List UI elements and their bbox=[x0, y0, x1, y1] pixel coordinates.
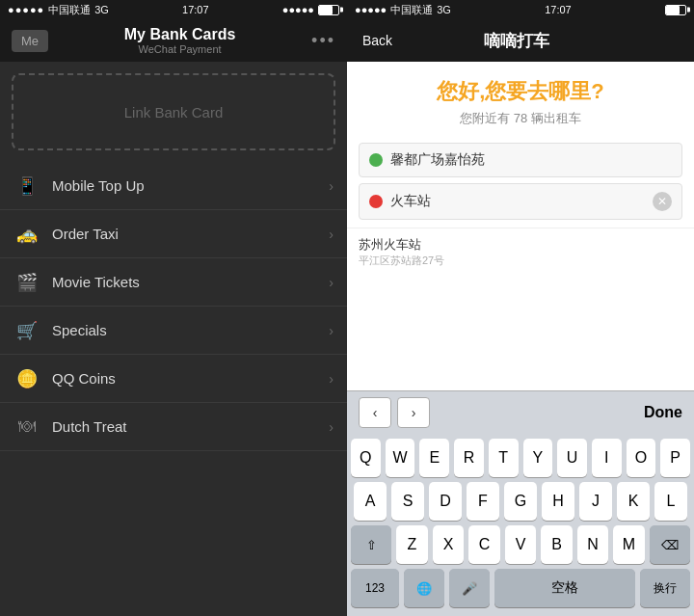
key-p[interactable]: P bbox=[660, 439, 690, 477]
key-t[interactable]: T bbox=[489, 439, 519, 477]
order-taxi-icon: 🚕 bbox=[13, 221, 40, 248]
menu-label-order-taxi: Order Taxi bbox=[52, 226, 329, 242]
key-j[interactable]: J bbox=[579, 482, 612, 521]
return-key[interactable]: 换行 bbox=[640, 569, 690, 607]
menu-item-order-taxi[interactable]: 🚕 Order Taxi › bbox=[0, 210, 347, 258]
keyboard-area: Q W E R T Y U I O P A S D F G H J K L ⇧ … bbox=[347, 433, 694, 616]
key-g[interactable]: G bbox=[504, 482, 537, 521]
status-bar-left: ●●●●● 中国联通 3G 17:07 ●●●●● bbox=[0, 0, 347, 19]
carrier-right: 中国联通 bbox=[390, 3, 433, 17]
menu-label-specials: Specials bbox=[52, 322, 329, 338]
number-mode-key[interactable]: 123 bbox=[351, 569, 399, 607]
carrier-left: 中国联通 bbox=[48, 3, 91, 17]
key-n[interactable]: N bbox=[577, 525, 609, 564]
me-button[interactable]: Me bbox=[12, 30, 48, 52]
battery-icon-right bbox=[665, 5, 686, 15]
signal-dots-left2: ●●●●● bbox=[282, 4, 314, 15]
from-location-row[interactable]: 馨都广场嘉怡苑 bbox=[359, 143, 682, 177]
key-h[interactable]: H bbox=[542, 482, 574, 521]
mobile-top-up-icon: 📱 bbox=[13, 173, 40, 200]
link-card-label: Link Bank Card bbox=[124, 104, 224, 121]
key-a[interactable]: A bbox=[354, 482, 387, 521]
nav-arrows: ‹ › bbox=[359, 397, 430, 428]
status-bar-right: ●●●●● 中国联通 3G 17:07 bbox=[347, 0, 694, 19]
time-left: 17:07 bbox=[182, 4, 209, 15]
key-x[interactable]: X bbox=[433, 525, 465, 564]
key-r[interactable]: R bbox=[454, 439, 484, 477]
taxi-content: 您好,您要去哪里? 您附近有 78 辆出租车 馨都广场嘉怡苑 火车站 ✕ 苏州火… bbox=[347, 62, 694, 390]
prev-field-button[interactable]: ‹ bbox=[359, 397, 391, 428]
suggestion-sub: 平江区苏站路27号 bbox=[359, 254, 682, 268]
key-z[interactable]: Z bbox=[396, 525, 428, 564]
chevron-right-icon: › bbox=[329, 323, 334, 338]
keyboard-row-3: ⇧ Z X C V B N M ⌫ bbox=[351, 525, 690, 564]
menu-item-dutch-treat[interactable]: 🍽 Dutch Treat › bbox=[0, 403, 347, 451]
page-title-left: My Bank Cards bbox=[124, 26, 236, 43]
key-m[interactable]: M bbox=[613, 525, 645, 564]
key-s[interactable]: S bbox=[391, 482, 424, 521]
menu-item-specials[interactable]: 🛒 Specials › bbox=[0, 307, 347, 355]
chevron-right-icon: › bbox=[329, 275, 334, 290]
network-right: 3G bbox=[437, 4, 451, 15]
key-f[interactable]: F bbox=[467, 482, 499, 521]
key-d[interactable]: D bbox=[429, 482, 462, 521]
menu-label-dutch-treat: Dutch Treat bbox=[52, 418, 329, 435]
movie-tickets-icon: 🎬 bbox=[13, 269, 40, 296]
to-location-text: 火车站 bbox=[390, 193, 645, 210]
specials-icon: 🛒 bbox=[13, 317, 40, 344]
dutch-treat-icon: 🍽 bbox=[13, 414, 40, 441]
microphone-key[interactable]: 🎤 bbox=[449, 569, 490, 607]
menu-item-movie-tickets[interactable]: 🎬 Movie Tickets › bbox=[0, 258, 347, 307]
menu-label-mobile-top-up: Mobile Top Up bbox=[52, 177, 329, 194]
taxi-greeting: 您好,您要去哪里? 您附近有 78 辆出租车 bbox=[347, 62, 694, 135]
menu-label-qq-coins: QQ Coins bbox=[52, 370, 329, 387]
menu-item-mobile-top-up[interactable]: 📱 Mobile Top Up › bbox=[0, 162, 347, 210]
keyboard-row-2: A S D F G H J K L bbox=[351, 482, 690, 521]
greeting-subtitle: 您附近有 78 辆出租车 bbox=[362, 110, 679, 127]
key-v[interactable]: V bbox=[505, 525, 537, 564]
menu-list: 📱 Mobile Top Up › 🚕 Order Taxi › 🎬 Movie… bbox=[0, 162, 347, 616]
key-i[interactable]: I bbox=[592, 439, 622, 477]
menu-label-movie-tickets: Movie Tickets bbox=[52, 274, 329, 290]
key-w[interactable]: W bbox=[386, 439, 415, 477]
battery-icon-left bbox=[318, 5, 339, 15]
chevron-right-icon: › bbox=[329, 419, 334, 435]
key-q[interactable]: Q bbox=[351, 439, 381, 477]
key-u[interactable]: U bbox=[557, 439, 587, 477]
key-e[interactable]: E bbox=[419, 439, 449, 477]
left-panel: ●●●●● 中国联通 3G 17:07 ●●●●● Me My Bank Car… bbox=[0, 0, 347, 616]
key-b[interactable]: B bbox=[541, 525, 573, 564]
shift-key[interactable]: ⇧ bbox=[351, 525, 391, 564]
location-inputs: 馨都广场嘉怡苑 火车站 ✕ bbox=[347, 135, 694, 228]
space-key[interactable]: 空格 bbox=[494, 569, 635, 607]
signal-dots-left: ●●●●● bbox=[8, 4, 44, 15]
time-right: 17:07 bbox=[545, 4, 572, 15]
suggestion-main: 苏州火车站 bbox=[359, 236, 682, 254]
qq-coins-icon: 🪙 bbox=[13, 365, 40, 392]
back-button[interactable]: Back bbox=[362, 33, 392, 48]
page-title-right: 嘀嘀打车 bbox=[484, 30, 549, 52]
keyboard-row-4: 123 🌐 🎤 空格 换行 bbox=[351, 569, 690, 607]
to-location-row[interactable]: 火车站 ✕ bbox=[359, 183, 682, 220]
globe-key[interactable]: 🌐 bbox=[404, 569, 444, 607]
keyboard-row-1: Q W E R T Y U I O P bbox=[351, 439, 690, 477]
done-button[interactable]: Done bbox=[644, 404, 682, 421]
key-y[interactable]: Y bbox=[523, 439, 553, 477]
header-left: Me My Bank Cards WeChat Payment ••• bbox=[0, 19, 347, 62]
more-options-button[interactable]: ••• bbox=[311, 31, 335, 51]
key-l[interactable]: L bbox=[654, 482, 687, 521]
right-panel: ●●●●● 中国联通 3G 17:07 Back 嘀嘀打车 您好,您要去哪里? … bbox=[347, 0, 694, 616]
key-c[interactable]: C bbox=[468, 525, 500, 564]
menu-item-qq-coins[interactable]: 🪙 QQ Coins › bbox=[0, 355, 347, 403]
link-card-area[interactable]: Link Bank Card bbox=[12, 73, 335, 150]
keyboard-toolbar: ‹ › Done bbox=[347, 390, 694, 433]
key-k[interactable]: K bbox=[617, 482, 650, 521]
chevron-right-icon: › bbox=[329, 178, 334, 194]
delete-key[interactable]: ⌫ bbox=[650, 525, 690, 564]
next-field-button[interactable]: › bbox=[397, 397, 430, 428]
suggestion-row[interactable]: 苏州火车站 平江区苏站路27号 bbox=[347, 228, 694, 276]
clear-location-button[interactable]: ✕ bbox=[653, 192, 672, 211]
chevron-right-icon: › bbox=[329, 227, 334, 242]
to-location-dot bbox=[369, 195, 383, 208]
key-o[interactable]: O bbox=[627, 439, 656, 477]
